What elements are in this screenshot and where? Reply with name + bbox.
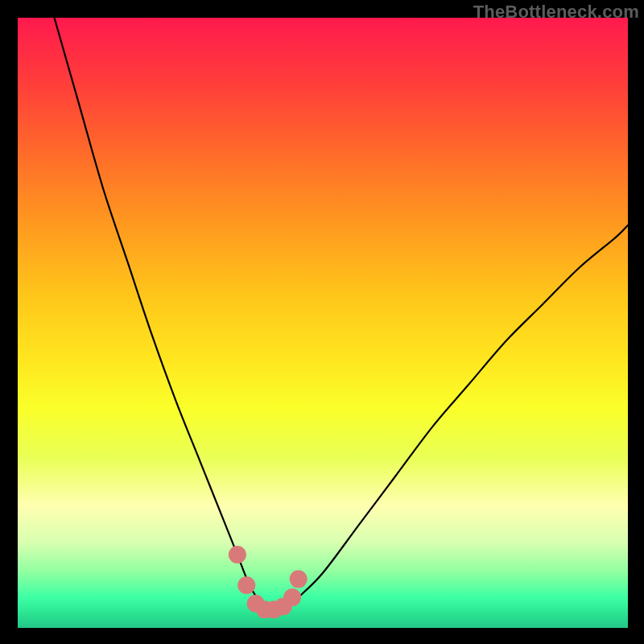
valley-dot (290, 570, 308, 588)
chart-svg (18, 18, 628, 628)
valley-dot (237, 576, 255, 594)
chart-plot-area (18, 18, 628, 628)
valley-dot (229, 546, 246, 564)
bottleneck-curve (54, 18, 628, 611)
valley-marker (229, 546, 308, 618)
chart-frame: TheBottleneck.com (0, 0, 644, 644)
valley-dot (283, 588, 301, 606)
watermark-text: TheBottleneck.com (473, 2, 639, 23)
